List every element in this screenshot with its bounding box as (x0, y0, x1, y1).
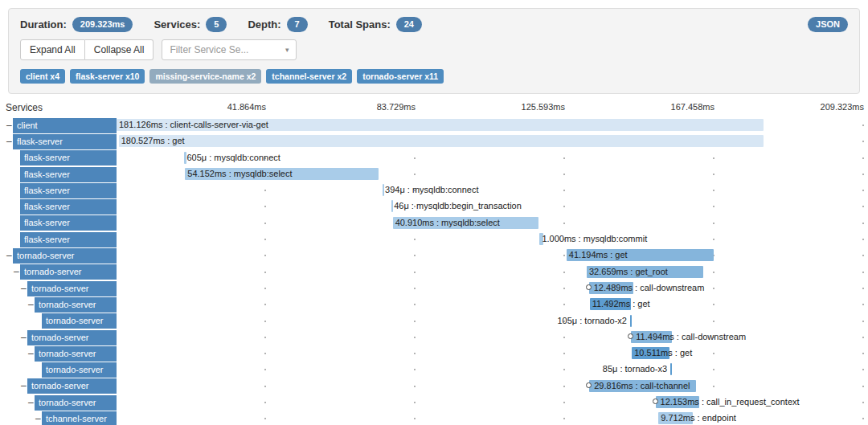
span-annotation-text: 394μ : mysqldb:connect (385, 185, 478, 194)
span-row[interactable]: –tchannel-server9.712ms : endpoint (0, 411, 868, 425)
service-name-label[interactable]: tornado-server (27, 330, 117, 345)
service-name-label[interactable]: tornado-server (20, 264, 117, 280)
span-row[interactable]: –tornado-server29.816ms : call-tchannel (0, 378, 868, 394)
span-track[interactable]: 10.511ms : get (117, 345, 864, 362)
service-name-label[interactable]: tornado-server (27, 378, 117, 394)
span-track[interactable]: 11.494ms : call-downstream (117, 329, 864, 345)
span-track[interactable]: 32.659ms : get_root (117, 264, 864, 280)
service-tag-badge[interactable]: client x4 (20, 69, 65, 84)
span-row[interactable]: tornado-server85μ : tornado-x3 (0, 362, 868, 378)
tick-dot (264, 239, 266, 240)
span-annotation-text: 9.712ms : endpoint (661, 413, 736, 423)
span-track[interactable]: 46μ : mysqldb:begin_transaction (117, 198, 864, 215)
span-row[interactable]: –tornado-server32.659ms : get_root (0, 264, 868, 280)
span-track[interactable]: 12.153ms : call_in_request_context (117, 394, 864, 411)
service-name-label[interactable]: tornado-server (35, 297, 117, 313)
span-track[interactable]: 605μ : mysqldb:connect (117, 150, 864, 166)
span-duration-bar[interactable] (383, 184, 384, 196)
tick-dot (414, 304, 416, 305)
collapse-toggle[interactable]: – (20, 378, 27, 394)
expand-all-button[interactable]: Expand All (20, 39, 85, 60)
service-tags-row: client x4flask-server x10missing-service… (20, 69, 848, 84)
collapse-toggle[interactable]: – (27, 346, 35, 362)
service-name-label[interactable]: tornado-server (35, 395, 117, 411)
service-name-label[interactable]: tornado-server (13, 248, 117, 264)
span-tree-cell: –client (0, 117, 117, 133)
annotation-marker-icon (653, 398, 658, 404)
span-row[interactable]: –tornado-server12.153ms : call_in_reques… (0, 394, 868, 411)
tick-dot (264, 190, 266, 191)
span-row[interactable]: flask-server394μ : mysqldb:connect (0, 182, 868, 198)
service-name-label[interactable]: flask-server (20, 167, 117, 182)
tick-dot (713, 174, 714, 175)
service-name-label[interactable]: flask-server (20, 215, 117, 231)
service-tag-badge[interactable]: tornado-server x11 (357, 69, 444, 84)
span-row[interactable]: flask-server54.152ms : mysqldb:select (0, 166, 868, 182)
tick-dot (264, 386, 266, 387)
service-tag-badge[interactable]: missing-service-name x2 (149, 69, 261, 84)
service-tag-badge[interactable]: flask-server x10 (70, 69, 145, 84)
tick-dot (713, 304, 714, 305)
service-name-label[interactable]: flask-server (20, 150, 117, 166)
collapse-toggle[interactable]: – (20, 330, 27, 345)
span-row[interactable]: flask-server1.000ms : mysqldb:commit (0, 231, 868, 247)
span-row[interactable]: –flask-server180.527ms : get (0, 133, 868, 149)
span-track[interactable]: 1.000ms : mysqldb:commit (117, 231, 864, 247)
tick-dot (264, 288, 266, 289)
span-row[interactable]: –tornado-server10.511ms : get (0, 345, 868, 362)
collapse-toggle[interactable]: – (27, 395, 35, 411)
service-name-label[interactable]: client (13, 118, 117, 133)
service-name-label[interactable]: tchannel-server (42, 411, 117, 425)
span-track[interactable]: 11.492ms : get (117, 296, 864, 313)
tick-dot (414, 255, 416, 256)
span-track[interactable]: 9.712ms : endpoint (117, 411, 864, 425)
collapse-toggle[interactable]: – (20, 281, 27, 296)
collapse-toggle[interactable]: – (6, 118, 13, 133)
service-tag-badge[interactable]: tchannel-server x2 (266, 69, 352, 84)
span-tree-cell: –flask-server (0, 133, 117, 149)
collapse-toggle[interactable]: – (35, 411, 42, 425)
span-row[interactable]: flask-server605μ : mysqldb:connect (0, 150, 868, 166)
span-track[interactable]: 181.126ms : client-calls-server-via-get (117, 117, 864, 133)
service-name-label[interactable]: flask-server (13, 134, 117, 149)
json-button[interactable]: JSON (808, 17, 848, 32)
span-duration-bar[interactable] (670, 363, 672, 375)
collapse-toggle[interactable]: – (6, 134, 13, 149)
service-name-label[interactable]: tornado-server (27, 281, 117, 296)
span-row[interactable]: –client181.126ms : client-calls-server-v… (0, 117, 868, 133)
tick-dot (862, 174, 864, 175)
span-row[interactable]: flask-server46μ : mysqldb:begin_transact… (0, 198, 868, 215)
span-row[interactable]: –tornado-server11.492ms : get (0, 296, 868, 313)
collapse-toggle[interactable]: – (6, 248, 13, 264)
span-track[interactable]: 54.152ms : mysqldb:select (117, 166, 864, 182)
collapse-toggle[interactable]: – (27, 297, 35, 313)
service-name-label[interactable]: tornado-server (35, 346, 117, 362)
tick-dot (414, 239, 416, 240)
span-track[interactable]: 105μ : tornado-x2 (117, 313, 864, 329)
collapse-toggle[interactable]: – (13, 264, 20, 280)
tick-dot (563, 418, 565, 419)
service-name-label[interactable]: flask-server (20, 232, 117, 247)
span-duration-bar[interactable] (119, 135, 764, 147)
span-row[interactable]: –tornado-server12.489ms : call-downstrea… (0, 280, 868, 296)
span-row[interactable]: –tornado-server11.494ms : call-downstrea… (0, 329, 868, 345)
filter-service-select[interactable]: Filter Service Se... ▾ (162, 39, 297, 60)
span-track[interactable]: 40.910ms : mysqldb:select (117, 215, 864, 231)
span-duration-bar[interactable] (391, 200, 393, 212)
service-name-label[interactable]: tornado-server (42, 362, 117, 378)
service-name-label[interactable]: flask-server (20, 199, 117, 215)
stat-label: Total Spans: (329, 18, 391, 31)
span-duration-bar[interactable] (630, 315, 632, 327)
span-track[interactable]: 85μ : tornado-x3 (117, 362, 864, 378)
service-name-label[interactable]: tornado-server (42, 313, 117, 329)
span-row[interactable]: –tornado-server41.194ms : get (0, 247, 868, 264)
service-name-label[interactable]: flask-server (20, 183, 117, 198)
collapse-all-button[interactable]: Collapse All (85, 39, 154, 60)
span-row[interactable]: flask-server40.910ms : mysqldb:select (0, 215, 868, 231)
span-row[interactable]: tornado-server105μ : tornado-x2 (0, 313, 868, 329)
span-track[interactable]: 12.489ms : call-downstream (117, 280, 864, 296)
span-track[interactable]: 41.194ms : get (117, 247, 864, 264)
span-track[interactable]: 394μ : mysqldb:connect (117, 182, 864, 198)
span-track[interactable]: 29.816ms : call-tchannel (117, 378, 864, 394)
span-track[interactable]: 180.527ms : get (117, 133, 864, 149)
